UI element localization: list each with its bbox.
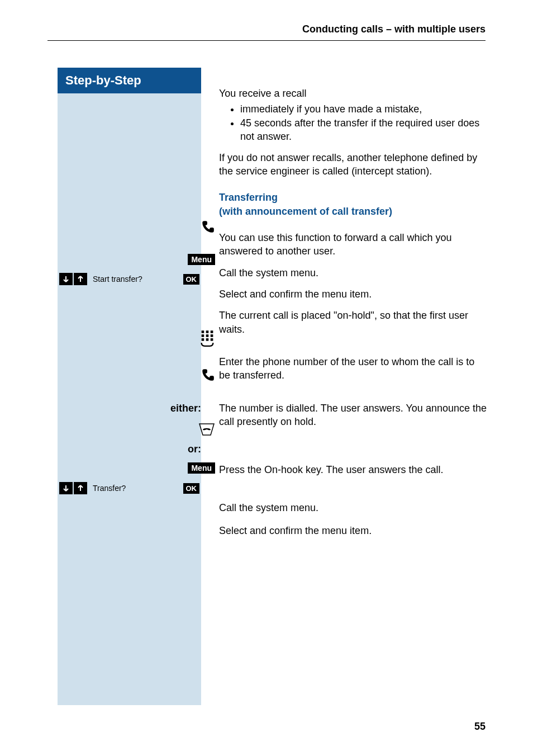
offhook-icon — [173, 220, 215, 234]
nav-label: Transfer? — [88, 482, 183, 494]
ok-key-label: OK — [183, 274, 200, 285]
svg-rect-0 — [202, 330, 204, 333]
page-header: Conducting calls – with multiple users — [302, 23, 486, 35]
step-text-8: Call the system menu. — [219, 501, 487, 514]
section-line-2: (with announcement of call transfer) — [219, 206, 392, 217]
or-label: or: — [162, 443, 201, 455]
phone-handset-icon — [201, 368, 215, 382]
step-text-6: The number is dialled. The user answers.… — [219, 401, 487, 429]
offhook-icon-2 — [173, 368, 215, 382]
svg-rect-7 — [206, 338, 209, 341]
keypad-icon — [173, 330, 215, 347]
arrow-up-icon — [74, 273, 87, 285]
step-text-5: Enter the phone number of the user to wh… — [219, 355, 487, 382]
menu-key-label: Menu — [188, 254, 215, 265]
sidebar-title: Step-by-Step — [58, 68, 201, 93]
step-text-4: The current call is placed "on-hold", so… — [219, 309, 487, 336]
menu-key-label: Menu — [188, 462, 215, 474]
intro-bullets: immediately if you have made a mistake, … — [219, 102, 487, 143]
intro-para-2: If you do not answer recalls, another te… — [219, 151, 487, 178]
nav-row-start-transfer: Start transfer? OK — [58, 273, 201, 285]
menu-key-1: Menu — [173, 254, 215, 265]
svg-rect-3 — [202, 334, 204, 337]
step-text-2: Call the system menu. — [219, 266, 487, 280]
content-area: You receive a recall immediately if you … — [219, 68, 487, 537]
arrow-up-icon — [74, 482, 87, 494]
svg-rect-5 — [211, 334, 213, 337]
onhook-key-icon — [173, 423, 215, 436]
svg-rect-8 — [211, 338, 213, 341]
sidebar: Step-by-Step — [58, 68, 201, 705]
intro-para-1: You receive a recall — [219, 87, 487, 100]
arrow-down-icon — [59, 273, 73, 285]
nav-label: Start transfer? — [88, 273, 183, 285]
section-line-1: Transferring — [219, 192, 278, 203]
header-rule — [47, 40, 486, 41]
step-text-9: Select and confirm the menu item. — [219, 524, 487, 537]
menu-key-2: Menu — [173, 462, 215, 474]
arrow-down-icon — [59, 482, 73, 494]
step-text-1: You can use this function to forward a c… — [219, 231, 487, 258]
phone-handset-icon — [201, 220, 215, 234]
bullet-item: 45 seconds after the transfer if the req… — [240, 116, 487, 144]
bullet-item: immediately if you have made a mistake, — [240, 102, 487, 116]
svg-rect-6 — [202, 338, 204, 341]
step-text-7: Press the On-hook key. The user answers … — [219, 463, 487, 476]
either-label: either: — [162, 403, 201, 414]
section-heading: Transferring (with announcement of call … — [219, 191, 487, 219]
step-text-3: Select and confirm the menu item. — [219, 287, 487, 301]
svg-rect-4 — [206, 334, 209, 337]
page-number: 55 — [474, 721, 486, 733]
svg-rect-1 — [206, 330, 209, 333]
svg-rect-2 — [211, 330, 213, 333]
ok-key-label: OK — [183, 483, 200, 494]
nav-row-transfer: Transfer? OK — [58, 482, 201, 494]
